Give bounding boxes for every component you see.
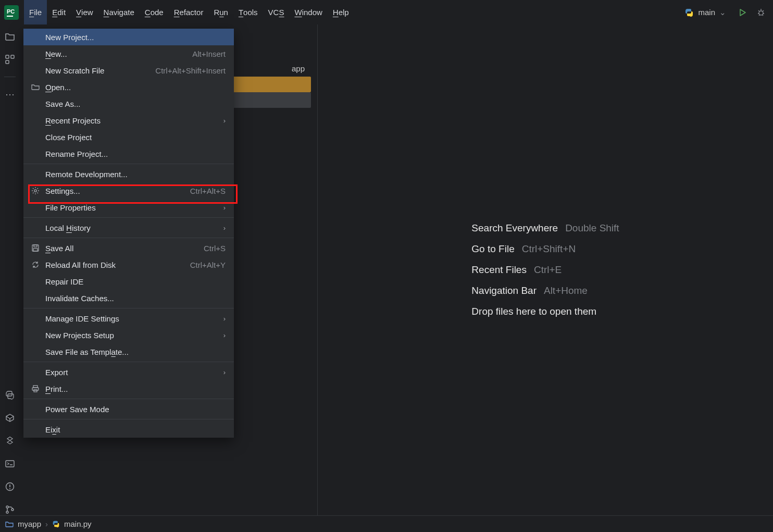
structure-tool-button[interactable] <box>4 54 16 65</box>
welcome-hint: Recent FilesCtrl+E <box>471 264 619 276</box>
menu-item[interactable]: Rename Project... <box>23 145 234 162</box>
menu-item[interactable]: Settings...Ctrl+Alt+S <box>23 182 234 199</box>
welcome-hint-label: Go to File <box>471 243 514 255</box>
menu-help[interactable]: Help <box>328 0 354 24</box>
project-tool-button[interactable] <box>4 31 16 42</box>
menu-item-label: Manage IDE Settings <box>45 314 119 323</box>
menu-item-label: Open... <box>45 83 71 92</box>
chevron-right-icon: › <box>223 315 226 323</box>
menu-item[interactable]: Power Save Mode <box>23 401 234 417</box>
menu-refactor[interactable]: Refactor <box>169 0 209 24</box>
menu-item[interactable]: Close Project <box>23 129 234 145</box>
menu-code[interactable]: Code <box>140 0 169 24</box>
menu-item[interactable]: New Project... <box>23 29 234 45</box>
debug-button[interactable] <box>753 5 769 20</box>
more-tools-button[interactable]: ⋯ <box>4 89 16 100</box>
run-button[interactable] <box>734 5 750 20</box>
menu-item[interactable]: Save File as Template... <box>23 343 234 360</box>
welcome-hint-shortcut: Double Shift <box>565 222 619 234</box>
breadcrumb-segment[interactable]: main.py <box>64 519 92 528</box>
menu-item-label: Power Save Mode <box>45 405 109 414</box>
vcs-tool-button[interactable] <box>4 504 16 515</box>
svg-rect-5 <box>11 55 14 58</box>
menu-separator <box>23 164 234 164</box>
menu-item[interactable]: New Projects Setup› <box>23 327 234 343</box>
svg-rect-15 <box>34 245 37 247</box>
svg-point-3 <box>759 11 763 15</box>
menu-item-label: Repair IDE <box>45 277 83 286</box>
menu-item[interactable]: Eixit <box>23 421 234 438</box>
terminal-tool-button[interactable] <box>4 458 16 469</box>
pycharm-logo: PC <box>4 5 19 20</box>
menu-vcs[interactable]: VCS <box>263 0 290 24</box>
menu-item[interactable]: Local History› <box>23 219 234 236</box>
packages-tool-button[interactable] <box>4 412 16 424</box>
welcome-hint-shortcut: Alt+Home <box>544 285 588 296</box>
svg-point-10 <box>6 506 8 508</box>
chevron-right-icon: › <box>223 204 226 212</box>
python-icon <box>684 8 694 17</box>
menu-view[interactable]: View <box>71 0 98 24</box>
main-menubar: PC FileEditViewNavigateCodeRefactorRunTo… <box>0 0 773 24</box>
menu-item[interactable]: File Properties› <box>23 199 234 216</box>
menu-item-label: Rename Project... <box>45 150 108 158</box>
menu-item[interactable]: Manage IDE Settings› <box>23 310 234 327</box>
menu-item-label: Export <box>45 368 68 377</box>
menu-item[interactable]: New Scratch FileCtrl+Alt+Shift+Insert <box>23 62 234 79</box>
chevron-right-icon: › <box>223 331 226 339</box>
run-config-name: main <box>698 8 715 17</box>
menu-item[interactable]: Recent Projects› <box>23 112 234 129</box>
menu-item[interactable]: Save As... <box>23 95 234 112</box>
menu-run[interactable]: Run <box>208 0 233 24</box>
welcome-hint: Drop files here to open them <box>471 306 619 317</box>
menu-item-label: Settings... <box>45 187 80 195</box>
python-icon <box>52 520 60 528</box>
welcome-hint-label: Navigation Bar <box>471 285 537 296</box>
services-tool-button[interactable] <box>4 435 16 447</box>
chevron-right-icon: › <box>223 117 226 125</box>
menu-item-shortcut: Alt+Insert <box>192 50 226 58</box>
svg-rect-16 <box>33 249 38 251</box>
menu-item[interactable]: Invalidate Caches... <box>23 290 234 306</box>
menu-edit[interactable]: Edit <box>47 0 71 24</box>
chevron-down-icon: ⌄ <box>719 8 726 17</box>
reload-icon <box>31 260 40 269</box>
menu-item-shortcut: Ctrl+Alt+Y <box>190 261 226 269</box>
chevron-right-icon: › <box>223 368 226 376</box>
menu-item[interactable]: Open... <box>23 79 234 95</box>
menu-window[interactable]: Window <box>289 0 327 24</box>
welcome-hint-label: Recent Files <box>471 264 527 276</box>
menu-item[interactable]: Reload All from DiskCtrl+Alt+Y <box>23 256 234 273</box>
menu-separator <box>23 217 234 218</box>
menu-item[interactable]: Remote Development... <box>23 166 234 182</box>
welcome-hint: Go to FileCtrl+Shift+N <box>471 243 619 255</box>
left-tool-strip: ⋯ <box>0 24 20 515</box>
menu-item-label: New... <box>45 50 67 58</box>
run-config-selector[interactable]: main ⌄ <box>679 8 731 17</box>
svg-point-9 <box>9 488 10 489</box>
menu-item[interactable]: Print... <box>23 380 234 397</box>
welcome-hint-shortcut: Ctrl+E <box>534 264 562 276</box>
menu-item-shortcut: Ctrl+S <box>204 244 226 253</box>
welcome-hint: Navigation BarAlt+Home <box>471 285 619 296</box>
python-console-button[interactable] <box>4 389 16 401</box>
print-icon <box>31 384 40 393</box>
welcome-hint: Search EverywhereDouble Shift <box>471 222 619 234</box>
menu-item-label: Reload All from Disk <box>45 261 116 269</box>
menu-file[interactable]: File <box>24 0 47 24</box>
menu-item[interactable]: Export› <box>23 364 234 380</box>
menu-item[interactable]: Repair IDE <box>23 273 234 290</box>
menu-item-label: Print... <box>45 385 68 393</box>
problems-tool-button[interactable] <box>4 481 16 492</box>
menu-navigate[interactable]: Navigate <box>98 0 140 24</box>
menu-separator <box>23 308 234 308</box>
menu-item-label: New Projects Setup <box>45 331 114 340</box>
navigation-bar[interactable]: myapp › main.py <box>0 515 773 532</box>
welcome-hint-shortcut: Ctrl+Shift+N <box>522 243 576 255</box>
file-menu-dropdown: New Project...New...Alt+InsertNew Scratc… <box>23 29 234 438</box>
menu-item[interactable]: Save AllCtrl+S <box>23 240 234 256</box>
menu-tools[interactable]: Tools <box>233 0 263 24</box>
breadcrumb-segment[interactable]: myapp <box>18 519 41 528</box>
menu-item[interactable]: New...Alt+Insert <box>23 45 234 62</box>
svg-rect-19 <box>34 390 37 392</box>
